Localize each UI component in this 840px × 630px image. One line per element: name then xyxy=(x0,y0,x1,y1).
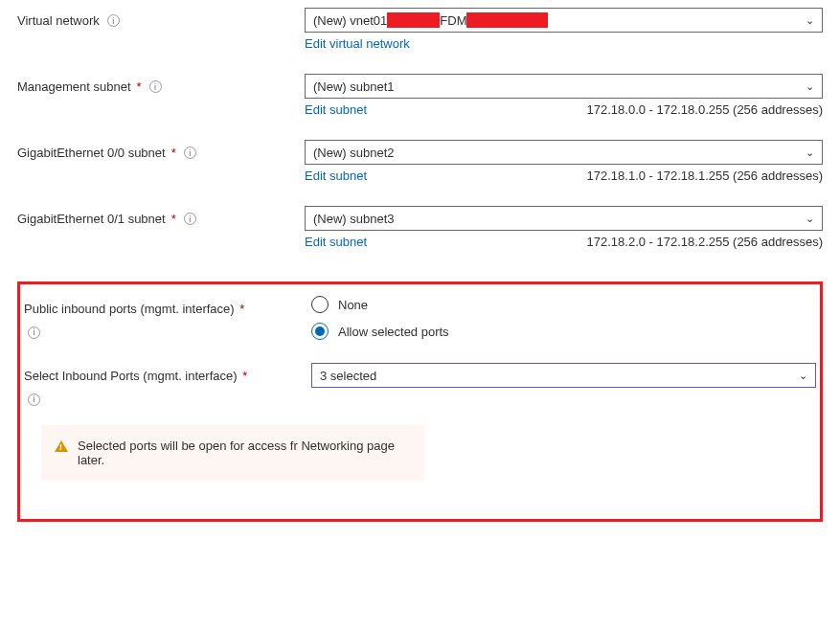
info-icon[interactable]: i xyxy=(28,394,40,406)
vnet-value: (New) vnet01FDM xyxy=(313,12,548,28)
radio-allow-selected[interactable] xyxy=(311,323,329,340)
edit-ge00-subnet-link[interactable]: Edit subnet xyxy=(305,169,367,183)
chevron-down-icon: ⌄ xyxy=(806,213,814,225)
ge01-subnet-label: GigabitEthernet 0/1 subnet xyxy=(17,212,166,226)
redaction-block xyxy=(387,12,440,28)
ge01-subnet-range: 172.18.2.0 - 172.18.2.255 (256 addresses… xyxy=(587,235,823,249)
info-icon[interactable]: i xyxy=(28,326,40,339)
info-icon[interactable]: i xyxy=(149,80,162,93)
mgmt-subnet-dropdown[interactable]: (New) subnet1 ⌄ xyxy=(305,74,823,99)
chevron-down-icon: ⌄ xyxy=(799,370,807,382)
warning-text: Selected ports will be open for access f… xyxy=(78,439,411,467)
info-icon[interactable]: i xyxy=(107,14,120,27)
chevron-down-icon: ⌄ xyxy=(806,146,814,159)
select-ports-dropdown[interactable]: 3 selected ⌄ xyxy=(311,363,816,388)
info-icon[interactable]: i xyxy=(184,213,196,225)
chevron-down-icon: ⌄ xyxy=(806,80,814,93)
warning-banner: Selected ports will be open for access f… xyxy=(41,425,424,481)
inbound-ports-label: Public inbound ports (mgmt. interface) xyxy=(24,302,235,316)
ge00-subnet-dropdown[interactable]: (New) subnet2 ⌄ xyxy=(305,140,823,165)
radio-none[interactable] xyxy=(311,296,329,313)
radio-none-label: None xyxy=(338,298,368,312)
required-asterisk: * xyxy=(171,146,176,160)
vnet-dropdown[interactable]: (New) vnet01FDM ⌄ xyxy=(305,8,823,33)
mgmt-subnet-range: 172.18.0.0 - 172.18.0.255 (256 addresses… xyxy=(587,102,823,117)
ge00-subnet-label: GigabitEthernet 0/0 subnet xyxy=(17,146,166,160)
select-ports-label: Select Inbound Ports (mgmt. interface) xyxy=(24,369,238,383)
radio-allow-label: Allow selected ports xyxy=(338,325,449,339)
edit-vnet-link[interactable]: Edit virtual network xyxy=(305,36,410,51)
required-asterisk: * xyxy=(242,369,247,383)
ge00-subnet-value: (New) subnet2 xyxy=(313,146,395,160)
required-asterisk: * xyxy=(171,212,176,226)
ge01-subnet-dropdown[interactable]: (New) subnet3 ⌄ xyxy=(305,206,823,231)
highlighted-section: Public inbound ports (mgmt. interface) *… xyxy=(17,281,823,522)
redaction-block xyxy=(466,12,548,28)
warning-icon xyxy=(55,440,68,452)
edit-ge01-subnet-link[interactable]: Edit subnet xyxy=(305,235,367,249)
required-asterisk: * xyxy=(137,79,142,94)
select-ports-summary: 3 selected xyxy=(320,369,376,383)
ge00-subnet-range: 172.18.1.0 - 172.18.1.255 (256 addresses… xyxy=(587,169,823,183)
info-icon[interactable]: i xyxy=(184,146,196,159)
chevron-down-icon: ⌄ xyxy=(806,14,814,27)
required-asterisk: * xyxy=(239,302,244,316)
edit-mgmt-subnet-link[interactable]: Edit subnet xyxy=(305,102,367,117)
vnet-label: Virtual network xyxy=(17,13,100,28)
mgmt-subnet-value: (New) subnet1 xyxy=(313,79,395,94)
mgmt-subnet-label: Management subnet xyxy=(17,79,131,94)
ge01-subnet-value: (New) subnet3 xyxy=(313,212,395,226)
